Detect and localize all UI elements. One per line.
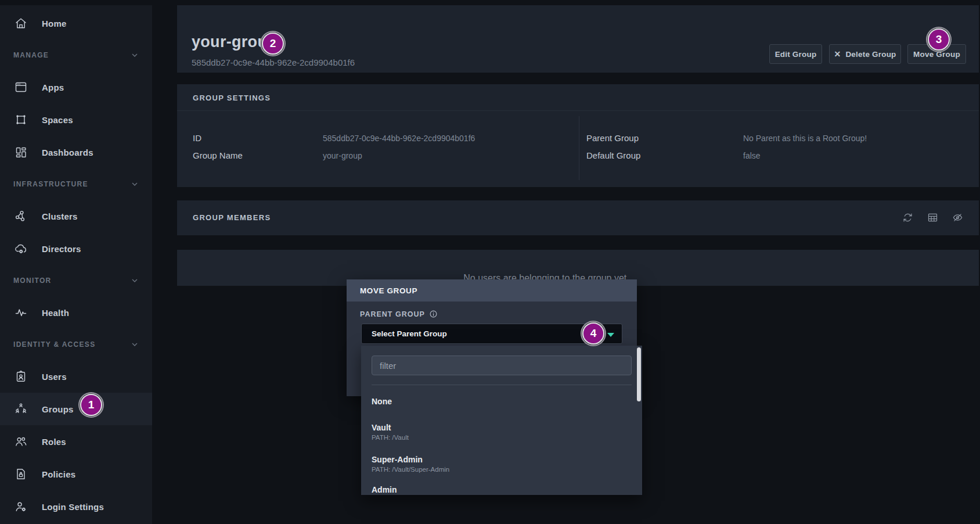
sidebar-item-label: Spaces — [42, 115, 73, 125]
parent-group-label: Parent Group — [586, 133, 639, 143]
group-members-bar: GROUP MEMBERS — [177, 200, 979, 235]
chevron-down-icon — [130, 340, 139, 349]
sidebar-item-apps[interactable]: Apps — [0, 71, 152, 103]
sidebar-item-login-settings[interactable]: Login Settings — [0, 490, 152, 523]
dropdown-option-admin[interactable]: Admin — [372, 485, 397, 494]
group-members-title: GROUP MEMBERS — [193, 213, 271, 222]
select-value: Select Parent Group — [372, 329, 447, 338]
sidebar-item-home[interactable]: Home — [0, 7, 152, 40]
annotation-badge-2: 2 — [262, 33, 284, 55]
sidebar-section-identity-access[interactable]: IDENTITY & ACCESS — [0, 329, 152, 360]
annotation-badge-1: 1 — [80, 394, 102, 416]
chevron-down-icon — [607, 333, 614, 337]
policies-icon — [14, 467, 28, 481]
delete-group-label: Delete Group — [845, 50, 896, 59]
dropdown-option-super-admin-path: PATH: /Vault/Super-Admin — [372, 466, 449, 473]
sidebar-item-policies[interactable]: Policies — [0, 458, 152, 490]
sidebar-item-groups[interactable]: Groups — [0, 393, 152, 425]
sidebar: Home MANAGE Apps Spaces Dashboards INFRA… — [0, 5, 152, 524]
sidebar-item-label: Roles — [42, 437, 66, 447]
divider — [372, 385, 632, 385]
id-label: ID — [193, 133, 201, 143]
sidebar-item-label: Apps — [42, 82, 64, 92]
spaces-icon — [14, 113, 28, 127]
members-toolbar — [902, 211, 964, 224]
parent-group-field-text: PARENT GROUP — [360, 310, 425, 318]
sidebar-section-monitor[interactable]: MONITOR — [0, 265, 152, 296]
sidebar-item-label: Clusters — [42, 211, 78, 221]
health-icon — [14, 306, 28, 320]
table-icon[interactable] — [927, 211, 939, 224]
info-icon[interactable] — [429, 310, 438, 318]
sidebar-item-health[interactable]: Health — [0, 296, 152, 329]
filter-input[interactable] — [372, 356, 632, 375]
groups-icon — [14, 402, 28, 416]
delete-group-button[interactable]: ✕ Delete Group — [829, 44, 901, 64]
group-settings-title: GROUP SETTINGS — [193, 94, 271, 102]
sidebar-item-label: Groups — [42, 404, 74, 414]
scrollbar-thumb[interactable] — [637, 347, 641, 401]
group-name-label: Group Name — [193, 150, 243, 160]
sidebar-item-label: Health — [42, 308, 69, 318]
sidebar-section-label: IDENTITY & ACCESS — [13, 340, 95, 349]
sidebar-item-clusters[interactable]: Clusters — [0, 200, 152, 232]
modal-title: MOVE GROUP — [360, 286, 417, 295]
sidebar-section-manage[interactable]: MANAGE — [0, 40, 152, 71]
default-group-label: Default Group — [586, 150, 640, 160]
default-group-value: false — [743, 151, 761, 160]
sidebar-item-roles[interactable]: Roles — [0, 425, 152, 458]
id-value: 585ddb27-0c9e-44bb-962e-2cd9904b01f6 — [323, 134, 475, 143]
group-settings-panel: GROUP SETTINGS ID 585ddb27-0c9e-44bb-962… — [177, 84, 979, 187]
sidebar-section-label: MONITOR — [13, 277, 52, 285]
directors-icon — [14, 242, 28, 256]
dropdown-option-vault-path: PATH: /Vault — [372, 434, 409, 441]
sidebar-item-label: Dashboards — [42, 148, 93, 157]
group-header-panel: your-group 585ddb27-0c9e-44bb-962e-2cd99… — [177, 5, 979, 73]
dropdown-option-none[interactable]: None — [372, 397, 392, 406]
sidebar-section-infrastructure[interactable]: INFRASTRUCTURE — [0, 168, 152, 200]
edit-group-label: Edit Group — [775, 50, 817, 59]
sidebar-section-label: MANAGE — [13, 51, 49, 59]
modal-header: MOVE GROUP — [347, 279, 637, 302]
sidebar-item-label: Home — [42, 19, 66, 28]
sidebar-item-label: Login Settings — [42, 502, 104, 512]
vertical-divider — [579, 116, 579, 180]
chevron-down-icon — [130, 51, 139, 60]
annotation-badge-3: 3 — [928, 28, 950, 51]
apps-icon — [14, 80, 28, 94]
parent-group-value: No Parent as this is a Root Group! — [743, 134, 867, 143]
annotation-badge-4: 4 — [582, 322, 604, 344]
dropdown-option-super-admin[interactable]: Super-Admin — [372, 455, 423, 464]
eye-off-icon[interactable] — [952, 211, 964, 224]
refresh-icon[interactable] — [902, 211, 914, 224]
divider — [177, 110, 979, 111]
sidebar-item-label: Users — [42, 372, 67, 382]
close-icon: ✕ — [834, 49, 841, 59]
edit-group-button[interactable]: Edit Group — [769, 44, 822, 64]
group-name-value: your-group — [323, 151, 362, 160]
sidebar-section-label: INFRASTRUCTURE — [13, 180, 88, 188]
sidebar-item-dashboards[interactable]: Dashboards — [0, 136, 152, 168]
dashboards-icon — [14, 145, 28, 159]
chevron-down-icon — [130, 180, 139, 189]
users-icon — [14, 369, 28, 383]
sidebar-item-label: Policies — [42, 469, 75, 479]
sidebar-item-directors[interactable]: Directors — [0, 232, 152, 265]
chevron-down-icon — [130, 276, 139, 285]
login-settings-icon — [14, 500, 28, 514]
parent-group-field-label: PARENT GROUP — [360, 310, 438, 318]
parent-group-dropdown: None Vault PATH: /Vault Super-Admin PATH… — [361, 346, 642, 495]
sidebar-item-users[interactable]: Users — [0, 360, 152, 393]
roles-icon — [14, 435, 28, 448]
group-uuid: 585ddb27-0c9e-44bb-962e-2cd9904b01f6 — [192, 58, 355, 67]
sidebar-item-spaces[interactable]: Spaces — [0, 103, 152, 136]
clusters-icon — [14, 209, 28, 223]
home-icon — [14, 16, 28, 30]
sidebar-item-label: Directors — [42, 244, 81, 254]
dropdown-option-vault[interactable]: Vault — [372, 423, 391, 432]
move-group-label: Move Group — [913, 50, 960, 59]
